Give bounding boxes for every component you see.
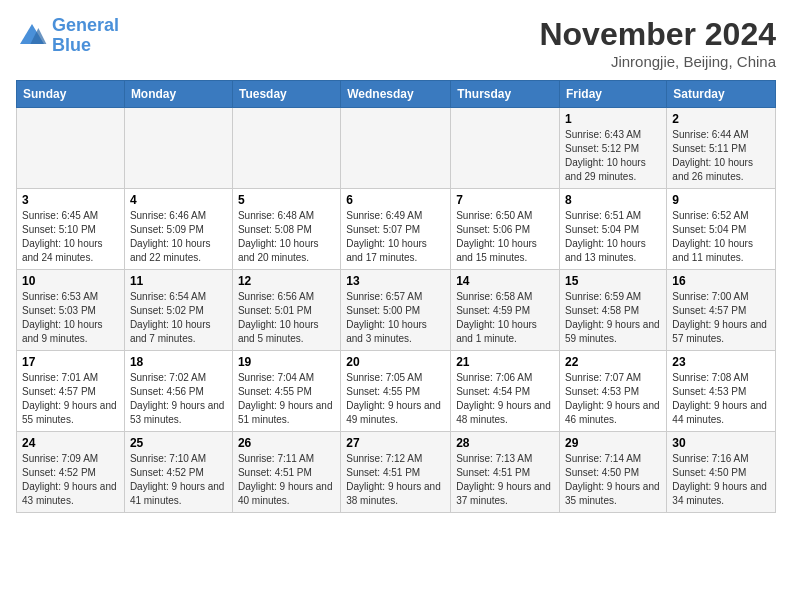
day-number: 30 — [672, 436, 770, 450]
day-number: 1 — [565, 112, 661, 126]
day-number: 21 — [456, 355, 554, 369]
weekday-header-row: SundayMondayTuesdayWednesdayThursdayFrid… — [17, 81, 776, 108]
day-info: Sunrise: 7:01 AM Sunset: 4:57 PM Dayligh… — [22, 371, 119, 427]
day-number: 23 — [672, 355, 770, 369]
title-block: November 2024 Jinrongjie, Beijing, China — [539, 16, 776, 70]
calendar-day-cell — [17, 108, 125, 189]
logo: General Blue — [16, 16, 119, 56]
day-info: Sunrise: 6:52 AM Sunset: 5:04 PM Dayligh… — [672, 209, 770, 265]
day-info: Sunrise: 6:57 AM Sunset: 5:00 PM Dayligh… — [346, 290, 445, 346]
weekday-header: Sunday — [17, 81, 125, 108]
day-info: Sunrise: 7:05 AM Sunset: 4:55 PM Dayligh… — [346, 371, 445, 427]
calendar-day-cell: 7Sunrise: 6:50 AM Sunset: 5:06 PM Daylig… — [451, 189, 560, 270]
calendar-day-cell — [451, 108, 560, 189]
day-number: 2 — [672, 112, 770, 126]
day-number: 5 — [238, 193, 335, 207]
day-info: Sunrise: 7:02 AM Sunset: 4:56 PM Dayligh… — [130, 371, 227, 427]
day-info: Sunrise: 7:04 AM Sunset: 4:55 PM Dayligh… — [238, 371, 335, 427]
day-number: 15 — [565, 274, 661, 288]
day-number: 29 — [565, 436, 661, 450]
logo-text: General Blue — [52, 16, 119, 56]
calendar-day-cell: 27Sunrise: 7:12 AM Sunset: 4:51 PM Dayli… — [341, 432, 451, 513]
calendar-week-row: 24Sunrise: 7:09 AM Sunset: 4:52 PM Dayli… — [17, 432, 776, 513]
day-info: Sunrise: 7:10 AM Sunset: 4:52 PM Dayligh… — [130, 452, 227, 508]
day-info: Sunrise: 6:54 AM Sunset: 5:02 PM Dayligh… — [130, 290, 227, 346]
weekday-header: Thursday — [451, 81, 560, 108]
day-number: 26 — [238, 436, 335, 450]
calendar-day-cell: 16Sunrise: 7:00 AM Sunset: 4:57 PM Dayli… — [667, 270, 776, 351]
calendar-day-cell: 28Sunrise: 7:13 AM Sunset: 4:51 PM Dayli… — [451, 432, 560, 513]
calendar-day-cell: 3Sunrise: 6:45 AM Sunset: 5:10 PM Daylig… — [17, 189, 125, 270]
weekday-header: Tuesday — [232, 81, 340, 108]
day-info: Sunrise: 7:09 AM Sunset: 4:52 PM Dayligh… — [22, 452, 119, 508]
calendar-day-cell: 26Sunrise: 7:11 AM Sunset: 4:51 PM Dayli… — [232, 432, 340, 513]
day-info: Sunrise: 6:43 AM Sunset: 5:12 PM Dayligh… — [565, 128, 661, 184]
day-number: 16 — [672, 274, 770, 288]
calendar-week-row: 3Sunrise: 6:45 AM Sunset: 5:10 PM Daylig… — [17, 189, 776, 270]
day-info: Sunrise: 7:11 AM Sunset: 4:51 PM Dayligh… — [238, 452, 335, 508]
calendar-week-row: 17Sunrise: 7:01 AM Sunset: 4:57 PM Dayli… — [17, 351, 776, 432]
day-info: Sunrise: 6:50 AM Sunset: 5:06 PM Dayligh… — [456, 209, 554, 265]
calendar-day-cell — [232, 108, 340, 189]
day-info: Sunrise: 7:13 AM Sunset: 4:51 PM Dayligh… — [456, 452, 554, 508]
location-subtitle: Jinrongjie, Beijing, China — [539, 53, 776, 70]
calendar-day-cell: 22Sunrise: 7:07 AM Sunset: 4:53 PM Dayli… — [560, 351, 667, 432]
day-info: Sunrise: 7:07 AM Sunset: 4:53 PM Dayligh… — [565, 371, 661, 427]
day-number: 7 — [456, 193, 554, 207]
weekday-header: Friday — [560, 81, 667, 108]
day-number: 17 — [22, 355, 119, 369]
calendar-day-cell: 2Sunrise: 6:44 AM Sunset: 5:11 PM Daylig… — [667, 108, 776, 189]
day-number: 27 — [346, 436, 445, 450]
day-info: Sunrise: 6:53 AM Sunset: 5:03 PM Dayligh… — [22, 290, 119, 346]
day-number: 6 — [346, 193, 445, 207]
calendar-day-cell: 12Sunrise: 6:56 AM Sunset: 5:01 PM Dayli… — [232, 270, 340, 351]
weekday-header: Monday — [124, 81, 232, 108]
day-info: Sunrise: 6:46 AM Sunset: 5:09 PM Dayligh… — [130, 209, 227, 265]
calendar-day-cell: 20Sunrise: 7:05 AM Sunset: 4:55 PM Dayli… — [341, 351, 451, 432]
calendar-day-cell — [341, 108, 451, 189]
day-number: 11 — [130, 274, 227, 288]
day-info: Sunrise: 7:12 AM Sunset: 4:51 PM Dayligh… — [346, 452, 445, 508]
calendar-day-cell: 10Sunrise: 6:53 AM Sunset: 5:03 PM Dayli… — [17, 270, 125, 351]
calendar-day-cell: 1Sunrise: 6:43 AM Sunset: 5:12 PM Daylig… — [560, 108, 667, 189]
month-title: November 2024 — [539, 16, 776, 53]
calendar-day-cell: 4Sunrise: 6:46 AM Sunset: 5:09 PM Daylig… — [124, 189, 232, 270]
day-info: Sunrise: 7:00 AM Sunset: 4:57 PM Dayligh… — [672, 290, 770, 346]
calendar-table: SundayMondayTuesdayWednesdayThursdayFrid… — [16, 80, 776, 513]
calendar-day-cell: 5Sunrise: 6:48 AM Sunset: 5:08 PM Daylig… — [232, 189, 340, 270]
day-number: 19 — [238, 355, 335, 369]
day-number: 14 — [456, 274, 554, 288]
day-info: Sunrise: 6:59 AM Sunset: 4:58 PM Dayligh… — [565, 290, 661, 346]
calendar-day-cell: 6Sunrise: 6:49 AM Sunset: 5:07 PM Daylig… — [341, 189, 451, 270]
page-header: General Blue November 2024 Jinrongjie, B… — [16, 16, 776, 70]
weekday-header: Wednesday — [341, 81, 451, 108]
day-number: 20 — [346, 355, 445, 369]
calendar-day-cell: 14Sunrise: 6:58 AM Sunset: 4:59 PM Dayli… — [451, 270, 560, 351]
day-number: 3 — [22, 193, 119, 207]
day-info: Sunrise: 6:48 AM Sunset: 5:08 PM Dayligh… — [238, 209, 335, 265]
calendar-day-cell: 9Sunrise: 6:52 AM Sunset: 5:04 PM Daylig… — [667, 189, 776, 270]
logo-line1: General — [52, 15, 119, 35]
logo-icon — [16, 20, 48, 52]
calendar-day-cell: 23Sunrise: 7:08 AM Sunset: 4:53 PM Dayli… — [667, 351, 776, 432]
calendar-day-cell — [124, 108, 232, 189]
day-number: 24 — [22, 436, 119, 450]
day-number: 25 — [130, 436, 227, 450]
calendar-day-cell: 15Sunrise: 6:59 AM Sunset: 4:58 PM Dayli… — [560, 270, 667, 351]
logo-line2: Blue — [52, 35, 91, 55]
calendar-day-cell: 11Sunrise: 6:54 AM Sunset: 5:02 PM Dayli… — [124, 270, 232, 351]
day-info: Sunrise: 7:08 AM Sunset: 4:53 PM Dayligh… — [672, 371, 770, 427]
day-number: 12 — [238, 274, 335, 288]
day-info: Sunrise: 7:14 AM Sunset: 4:50 PM Dayligh… — [565, 452, 661, 508]
weekday-header: Saturday — [667, 81, 776, 108]
day-info: Sunrise: 6:45 AM Sunset: 5:10 PM Dayligh… — [22, 209, 119, 265]
day-number: 18 — [130, 355, 227, 369]
day-number: 28 — [456, 436, 554, 450]
day-info: Sunrise: 6:44 AM Sunset: 5:11 PM Dayligh… — [672, 128, 770, 184]
calendar-day-cell: 17Sunrise: 7:01 AM Sunset: 4:57 PM Dayli… — [17, 351, 125, 432]
day-info: Sunrise: 6:51 AM Sunset: 5:04 PM Dayligh… — [565, 209, 661, 265]
day-info: Sunrise: 6:56 AM Sunset: 5:01 PM Dayligh… — [238, 290, 335, 346]
day-info: Sunrise: 7:06 AM Sunset: 4:54 PM Dayligh… — [456, 371, 554, 427]
day-info: Sunrise: 6:49 AM Sunset: 5:07 PM Dayligh… — [346, 209, 445, 265]
day-info: Sunrise: 6:58 AM Sunset: 4:59 PM Dayligh… — [456, 290, 554, 346]
